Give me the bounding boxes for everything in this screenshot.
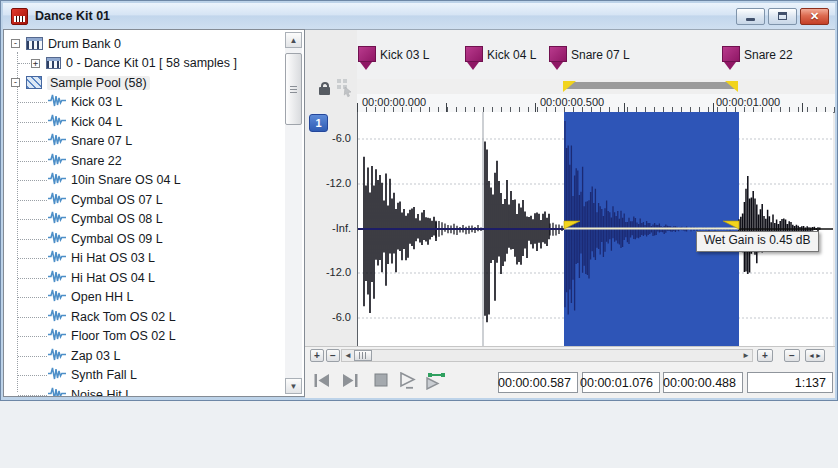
tree-item-label: Kick 04 L <box>71 115 122 129</box>
tree-item-snare-07-l[interactable]: Snare 07 L <box>4 132 284 152</box>
tree-item-label: Drum Bank 0 <box>48 37 121 51</box>
tree-item-kick-03-l[interactable]: Kick 03 L <box>4 93 284 113</box>
sample-tree-panel[interactable]: -Drum Bank 0+0 - Dance Kit 01 [ 58 sampl… <box>3 29 305 397</box>
title-bar[interactable]: Dance Kit 01 ✕ <box>3 3 835 30</box>
scroll-right-icon[interactable]: ► <box>742 352 750 360</box>
region-marker-flag[interactable] <box>465 46 483 62</box>
envelope-tool-icon[interactable] <box>335 78 353 98</box>
tree-branch-line <box>18 336 47 337</box>
zoom-in-time-button[interactable]: + <box>757 349 773 362</box>
region-marker-flag[interactable] <box>722 46 740 62</box>
minimize-icon <box>746 18 755 21</box>
scroll-up-button[interactable]: ▲ <box>285 32 302 48</box>
waveform-sample-icon <box>48 270 66 286</box>
tree-branch-line <box>18 200 47 201</box>
collapse-toggle[interactable]: - <box>11 78 20 87</box>
waveform-sample-icon <box>48 250 66 266</box>
tree-item-noise-hit-l[interactable]: Noise Hit L <box>4 385 284 397</box>
tree-scrollbar[interactable]: ▲ ▼ <box>285 32 302 394</box>
tree-item-cymbal-os-07-l[interactable]: Cymbal OS 07 L <box>4 190 284 210</box>
expand-toggle[interactable]: + <box>31 59 40 68</box>
tree-item-hi-hat-os-04-l[interactable]: Hi Hat OS 04 L <box>4 268 284 288</box>
track-number-badge[interactable]: 1 <box>309 114 328 132</box>
tree-item-sample-pool-58[interactable]: -Sample Pool (58) <box>4 73 284 93</box>
minimize-button[interactable] <box>736 8 765 25</box>
window-title: Dance Kit 01 <box>35 9 110 23</box>
tree-branch-line <box>18 219 47 220</box>
tree-item-label: Noise Hit L <box>71 388 132 397</box>
loop-region[interactable] <box>563 82 738 89</box>
close-button[interactable]: ✕ <box>800 8 829 25</box>
tree-item-cymbal-os-08-l[interactable]: Cymbal OS 08 L <box>4 210 284 230</box>
loop-bar[interactable] <box>357 79 835 95</box>
tree-item-floor-tom-os-02-l[interactable]: Floor Tom OS 02 L <box>4 327 284 347</box>
tree-item-cymbal-os-09-l[interactable]: Cymbal OS 09 L <box>4 229 284 249</box>
play-with-plugin-button[interactable] <box>424 368 448 392</box>
tree-branch-line <box>18 356 47 357</box>
dance-kit-window: Dance Kit 01 ✕ -Drum Bank 0+0 - Dance Ki… <box>0 0 838 401</box>
lock-icon[interactable] <box>319 87 330 95</box>
app-icon <box>11 8 28 25</box>
tree-branch-line <box>18 239 47 240</box>
waveform-sample-icon <box>48 114 66 130</box>
loop-start-handle[interactable] <box>563 81 576 92</box>
maximize-button[interactable] <box>768 8 797 25</box>
horizontal-scrollbar[interactable]: ◄ ► <box>341 349 753 362</box>
selection-start-display[interactable]: 00:00:00.587 <box>498 372 578 393</box>
tree-item-hi-hat-os-03-l[interactable]: Hi Hat OS 03 L <box>4 249 284 269</box>
tree-item-zap-03-l[interactable]: Zap 03 L <box>4 346 284 366</box>
waveform-sample-icon <box>48 387 66 397</box>
tree-item-synth-fall-l[interactable]: Synth Fall L <box>4 366 284 386</box>
region-marker-flag[interactable] <box>549 46 567 62</box>
waveform-canvas[interactable] <box>358 112 833 346</box>
marker-bar[interactable]: Kick 03 LKick 04 LSnare 07 LSnare 22 <box>357 30 835 80</box>
sample-pool-icon <box>26 76 42 89</box>
zoom-out-time-button[interactable]: − <box>784 349 800 362</box>
tree-item-rack-tom-os-02-l[interactable]: Rack Tom OS 02 L <box>4 307 284 327</box>
scroll-left-icon[interactable]: ◄ <box>344 352 352 360</box>
tree-item-label: Cymbal OS 09 L <box>71 232 163 246</box>
tree-item-10in-snare-os-04-l[interactable]: 10in Snare OS 04 L <box>4 171 284 191</box>
tree-item-0-dance-kit-01-58-samples[interactable]: +0 - Dance Kit 01 [ 58 samples ] <box>4 54 284 74</box>
go-to-start-button[interactable] <box>310 368 334 392</box>
tree-item-kick-04-l[interactable]: Kick 04 L <box>4 112 284 132</box>
zoom-ratio-display[interactable]: 1:137 <box>747 372 833 393</box>
stop-button[interactable] <box>369 368 393 392</box>
tree-branch-line <box>18 317 47 318</box>
region-marker-flag[interactable] <box>358 46 376 62</box>
hthumb-grip <box>359 352 368 359</box>
tree-item-label: Synth Fall L <box>71 368 137 382</box>
tree-branch-line <box>18 102 47 103</box>
tree-item-snare-22[interactable]: Snare 22 <box>4 151 284 171</box>
waveform-display[interactable]: Wet Gain is 0.45 dB <box>357 112 833 346</box>
tree-item-label: Cymbal OS 07 L <box>71 193 163 207</box>
tree-item-open-hh-l[interactable]: Open HH L <box>4 288 284 308</box>
tree-item-drum-bank-0[interactable]: -Drum Bank 0 <box>4 34 284 54</box>
zoom-out-vertical-button[interactable]: − <box>326 349 340 362</box>
zoom-fit-button[interactable]: ◄► <box>805 349 825 362</box>
zoom-in-vertical-button[interactable]: + <box>310 349 324 362</box>
thumb-grip <box>290 86 297 93</box>
tree-item-label: Rack Tom OS 02 L <box>71 310 176 324</box>
go-to-end-button[interactable] <box>338 368 362 392</box>
tree-branch-line <box>18 297 47 298</box>
ruler-time-label: 00:00:00.500 <box>540 96 604 108</box>
waveform-sample-icon <box>48 172 66 188</box>
play-button[interactable] <box>396 368 420 392</box>
region-marker-label: Kick 04 L <box>487 48 536 62</box>
loop-end-handle[interactable] <box>725 81 738 92</box>
drum-bank-icon <box>46 57 61 69</box>
tree-item-label: Cymbal OS 08 L <box>71 212 163 226</box>
hscroll-thumb[interactable] <box>354 350 372 361</box>
scroll-down-button[interactable]: ▼ <box>285 378 302 394</box>
scroll-thumb[interactable] <box>285 53 302 125</box>
waveform-sample-icon <box>48 94 66 110</box>
time-ruler[interactable]: 00:00:00.00000:00:00.50000:00:01.000 <box>357 94 835 113</box>
waveform-sample-icon <box>48 192 66 208</box>
selection-length-display[interactable]: 00:00:00.488 <box>663 372 743 393</box>
selection-end-display[interactable]: 00:00:01.076 <box>582 372 660 393</box>
tree-item-label: Hi Hat OS 03 L <box>71 251 155 265</box>
drum-bank-icon <box>26 37 43 50</box>
db-scale-label: -Inf. <box>307 222 351 234</box>
collapse-toggle[interactable]: - <box>11 39 20 48</box>
